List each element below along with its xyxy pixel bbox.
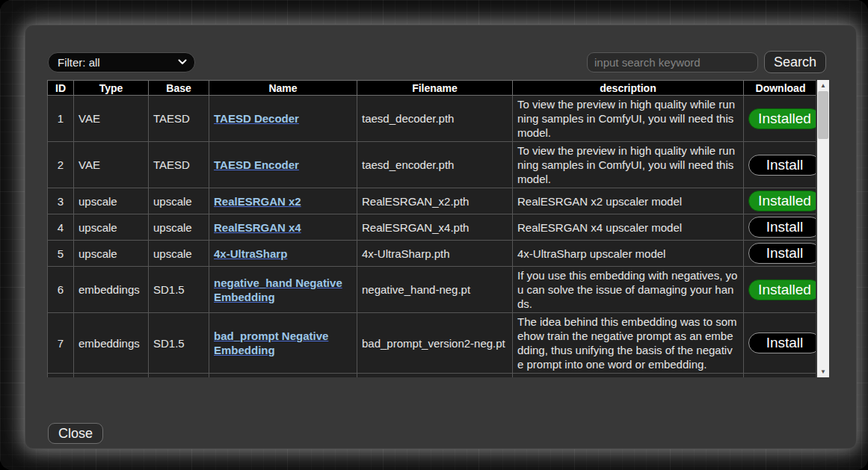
cell-filename: taesd_encoder.pth: [357, 142, 513, 188]
cell-download: Installed: [744, 267, 816, 313]
header-type: Type: [74, 81, 149, 96]
cell-description: 4x-UltraSharp upscaler model: [513, 241, 744, 267]
cell-type: VAE: [74, 96, 149, 142]
model-name-link[interactable]: RealESRGAN x2: [214, 195, 301, 208]
cell-id: 5: [48, 241, 74, 267]
model-name-link[interactable]: RealESRGAN x4: [214, 221, 301, 234]
cell-description: The idea behind this embedding was to so…: [513, 313, 744, 374]
model-name-link[interactable]: TAESD Encoder: [214, 158, 299, 171]
cell-base: TAESD: [149, 142, 209, 188]
chevron-down-icon: [178, 59, 187, 65]
cell-download: Installed: [744, 188, 816, 214]
install-button[interactable]: Install: [748, 217, 816, 238]
scrollbar-down-arrow-icon[interactable]: ▼: [817, 366, 829, 377]
scrollbar-thumb[interactable]: [818, 91, 828, 139]
install-button[interactable]: Install: [748, 333, 816, 353]
cell-type: [74, 374, 149, 378]
cell-description: RealESRGAN x2 upscaler model: [513, 188, 744, 214]
cell-id: [48, 374, 74, 378]
comfyui-canvas-background: Filter: all Search: [0, 0, 868, 470]
cell-name: 4x-UltraSharp: [209, 241, 357, 267]
table-header-row: ID Type Base Name Filename description D…: [48, 81, 816, 96]
close-button[interactable]: Close: [48, 423, 103, 444]
cell-name: TAESD Decoder: [209, 96, 357, 142]
cell-name: [209, 374, 357, 378]
header-id: ID: [48, 81, 74, 96]
header-base: Base: [149, 81, 209, 96]
table-row: 4 upscale upscale RealESRGAN x4 RealESRG…: [48, 214, 816, 241]
cell-name: RealESRGAN x2: [209, 188, 357, 214]
header-description: description: [513, 81, 744, 96]
installed-button[interactable]: Installed: [748, 279, 816, 300]
table-row: 3 upscale upscale RealESRGAN x2 RealESRG…: [48, 188, 816, 214]
cell-filename: [357, 374, 513, 378]
cell-id: 7: [48, 313, 74, 374]
cell-description: If you use this embedding with negatives…: [513, 267, 744, 313]
model-manager-dialog: Filter: all Search: [25, 25, 857, 449]
search-group: Search: [587, 51, 826, 73]
cell-description: To view the preview in high quality whil…: [513, 96, 744, 142]
model-name-link[interactable]: negative_hand Negative Embedding: [214, 276, 342, 303]
install-button[interactable]: Install: [748, 155, 816, 176]
cell-download: Install: [744, 313, 816, 374]
cell-download: Install: [744, 241, 816, 267]
cell-filename: 4x-UltraSharp.pth: [357, 241, 513, 267]
cell-type: upscale: [74, 241, 149, 267]
dialog-footer: Close: [48, 423, 856, 444]
cell-description: These embedding learn what disgusting co…: [513, 374, 744, 378]
model-name-link[interactable]: 4x-UltraSharp: [214, 247, 287, 260]
cell-type: VAE: [74, 142, 149, 188]
cell-filename: negative_hand-neg.pt: [357, 267, 513, 313]
cell-filename: bad_prompt_version2-neg.pt: [357, 313, 513, 374]
cell-filename: RealESRGAN_x2.pth: [357, 188, 513, 214]
table-row: 7 embeddings SD1.5 bad_prompt Negative E…: [48, 313, 816, 374]
scrollbar-up-arrow-icon[interactable]: ▲: [817, 80, 829, 91]
header-download: Download: [744, 81, 816, 96]
cell-id: 3: [48, 188, 74, 214]
cell-download: Install: [744, 142, 816, 188]
cell-type: upscale: [74, 188, 149, 214]
cell-base: upscale: [149, 214, 209, 241]
cell-description: RealESRGAN x4 upscaler model: [513, 214, 744, 241]
cell-id: 4: [48, 214, 74, 241]
header-name: Name: [209, 81, 357, 96]
cell-type: embeddings: [74, 313, 149, 374]
cell-download: Install: [744, 214, 816, 241]
cell-type: upscale: [74, 214, 149, 241]
cell-download: [744, 374, 816, 378]
cell-base: upscale: [149, 241, 209, 267]
cell-download: Installed: [744, 96, 816, 142]
install-button[interactable]: Install: [748, 243, 816, 264]
model-table: ID Type Base Name Filename description D…: [47, 80, 816, 377]
table-scrollbar[interactable]: ▲ ▼: [817, 80, 829, 377]
model-name-link[interactable]: TAESD Decoder: [214, 112, 299, 125]
model-name-link[interactable]: bad_prompt Negative Embedding: [214, 330, 328, 356]
filter-select[interactable]: Filter: all: [48, 52, 195, 72]
cell-base: SD1.5: [149, 313, 209, 374]
cell-base: upscale: [149, 188, 209, 214]
installed-button[interactable]: Installed: [748, 108, 816, 129]
cell-base: TAESD: [149, 96, 209, 142]
model-table-container: ID Type Base Name Filename description D…: [47, 80, 816, 377]
cell-base: SD1.5: [149, 267, 209, 313]
cell-type: embeddings: [74, 267, 149, 313]
cell-name: TAESD Encoder: [209, 142, 357, 188]
cell-base: [149, 374, 209, 378]
installed-button[interactable]: Installed: [748, 191, 816, 211]
cell-name: RealESRGAN x4: [209, 214, 357, 241]
filter-select-value: Filter: all: [58, 56, 100, 69]
cell-id: 1: [48, 96, 74, 142]
cell-id: 6: [48, 267, 74, 313]
table-row: 5 upscale upscale 4x-UltraSharp 4x-Ultra…: [48, 241, 816, 267]
search-input[interactable]: [587, 52, 758, 72]
table-zone: ID Type Base Name Filename description D…: [47, 80, 829, 377]
cell-id: 2: [48, 142, 74, 188]
cell-filename: taesd_decoder.pth: [357, 96, 513, 142]
header-filename: Filename: [357, 81, 513, 96]
search-button[interactable]: Search: [764, 51, 826, 73]
cell-description: To view the preview in high quality whil…: [513, 142, 744, 188]
toolbar: Filter: all Search: [48, 51, 826, 73]
table-row: 2 VAE TAESD TAESD Encoder taesd_encoder.…: [48, 142, 816, 188]
cell-name: negative_hand Negative Embedding: [209, 267, 357, 313]
cell-name: bad_prompt Negative Embedding: [209, 313, 357, 374]
